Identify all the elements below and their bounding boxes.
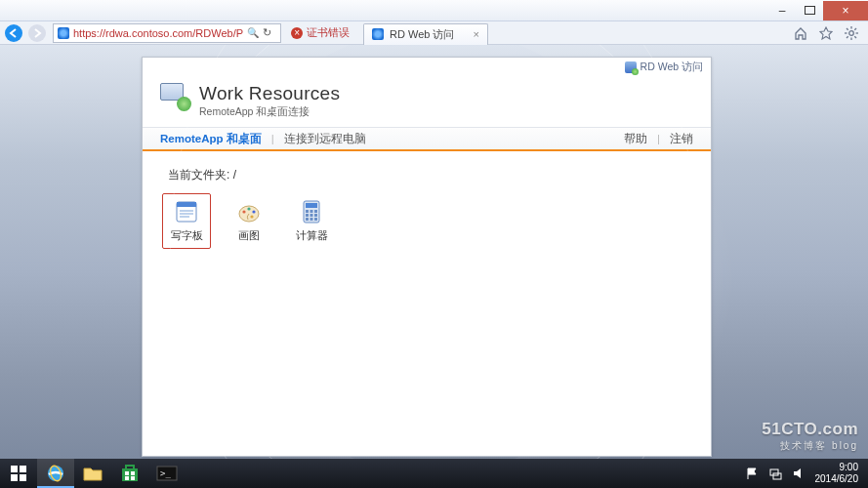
window-close-button[interactable]: × — [823, 1, 868, 20]
page-viewport: RD Web 访问 Work Resources RemoteApp 和桌面连接… — [0, 45, 868, 459]
url-text: https://rdwa.contoso.com/RDWeb/P — [73, 27, 243, 39]
svg-rect-22 — [304, 201, 319, 223]
svg-rect-35 — [11, 474, 18, 481]
system-tray: 9:00 2014/6/20 — [745, 462, 869, 485]
svg-text:>_: >_ — [160, 468, 171, 478]
app-calculator[interactable]: 计算器 — [287, 193, 336, 249]
svg-rect-24 — [306, 210, 309, 213]
svg-rect-26 — [314, 210, 317, 213]
svg-rect-47 — [770, 469, 778, 475]
address-bar[interactable]: https://rdwa.contoso.com/RDWeb/P 🔍 ↻ — [53, 23, 281, 43]
app-grid: 写字板 画图 计算器 — [143, 193, 711, 249]
svg-rect-42 — [131, 471, 135, 475]
wordpad-icon — [174, 199, 199, 224]
calculator-icon — [299, 199, 324, 224]
nav-forward-button[interactable] — [25, 22, 49, 44]
svg-rect-25 — [310, 210, 313, 213]
svg-rect-27 — [306, 214, 309, 217]
browser-tools — [794, 26, 868, 40]
svg-line-9 — [854, 36, 856, 38]
taskbar-terminal-button[interactable]: >_ — [148, 459, 186, 488]
site-favicon-icon — [58, 27, 69, 39]
app-label: 画图 — [238, 229, 260, 243]
svg-point-20 — [252, 210, 255, 213]
page-title: Work Resources — [199, 83, 340, 104]
app-paint[interactable]: 画图 — [225, 193, 273, 249]
svg-point-2 — [28, 24, 46, 42]
search-dropdown-icon[interactable]: 🔍 — [247, 27, 259, 38]
tray-clock[interactable]: 9:00 2014/6/20 — [815, 462, 859, 485]
svg-point-17 — [239, 206, 259, 222]
svg-point-1 — [5, 24, 22, 42]
refresh-button[interactable]: ↻ — [263, 26, 276, 40]
link-help[interactable]: 帮助 — [624, 132, 647, 146]
taskbar-explorer-button[interactable] — [74, 459, 111, 488]
watermark: 51CTO.com 技术博客 blog — [762, 420, 858, 453]
browser-window: – × https://rdwa.contoso.com/RDWeb/P 🔍 ↻… — [0, 0, 868, 459]
menu-bar: RemoteApp 和桌面 | 连接到远程电脑 帮助 | 注销 — [143, 127, 711, 151]
svg-point-3 — [849, 30, 854, 35]
tab-close-button[interactable]: × — [474, 28, 479, 40]
tray-network-icon[interactable] — [768, 467, 782, 480]
link-signout[interactable]: 注销 — [670, 132, 693, 146]
tray-date: 2014/6/20 — [815, 473, 859, 485]
svg-point-18 — [242, 210, 245, 213]
svg-rect-28 — [310, 214, 313, 217]
svg-rect-31 — [310, 218, 313, 221]
svg-rect-43 — [125, 476, 129, 480]
identity-strip: RD Web 访问 — [143, 58, 711, 75]
taskbar-ie-button[interactable] — [37, 459, 74, 488]
nav-back-button[interactable] — [2, 22, 25, 44]
cert-error-indicator[interactable]: × 证书错误 — [291, 25, 350, 40]
window-maximize-button[interactable] — [796, 1, 823, 20]
paint-icon — [236, 199, 262, 224]
page-subtitle: RemoteApp 和桌面连接 — [199, 105, 340, 119]
rdweb-panel: RD Web 访问 Work Resources RemoteApp 和桌面连接… — [142, 57, 712, 457]
svg-rect-34 — [20, 466, 26, 472]
tab-connect-remote[interactable]: 连接到远程电脑 — [284, 132, 366, 146]
svg-rect-33 — [11, 466, 18, 472]
work-resources-logo-icon — [160, 83, 189, 108]
breadcrumb: 当前文件夹: / — [143, 151, 711, 193]
cert-error-icon: × — [291, 27, 303, 39]
browser-tab[interactable]: RD Web 访问 × — [363, 23, 488, 45]
svg-point-21 — [250, 215, 253, 218]
browser-toolbar: https://rdwa.contoso.com/RDWeb/P 🔍 ↻ × 证… — [0, 21, 868, 45]
svg-rect-41 — [125, 471, 129, 475]
svg-rect-23 — [306, 203, 317, 208]
tab-remoteapp[interactable]: RemoteApp 和桌面 — [160, 132, 262, 146]
svg-point-19 — [247, 207, 250, 210]
window-minimize-button[interactable]: – — [768, 1, 796, 20]
settings-gear-icon[interactable] — [845, 26, 858, 40]
tray-time: 9:00 — [815, 462, 859, 473]
app-label: 计算器 — [296, 229, 328, 243]
svg-rect-36 — [20, 474, 26, 481]
app-wordpad[interactable]: 写字板 — [162, 193, 211, 249]
menu-separator: | — [271, 133, 274, 144]
tray-volume-icon[interactable] — [792, 467, 806, 480]
start-button[interactable] — [0, 459, 37, 488]
favorites-icon[interactable] — [819, 26, 833, 40]
tray-flag-icon[interactable] — [745, 467, 759, 480]
app-label: 写字板 — [171, 229, 203, 243]
tab-favicon-icon — [372, 28, 384, 40]
brand-header: Work Resources RemoteApp 和桌面连接 — [143, 75, 711, 127]
cert-error-label: 证书错误 — [307, 25, 350, 40]
svg-rect-44 — [131, 476, 135, 480]
home-icon[interactable] — [794, 26, 807, 40]
taskbar-store-button[interactable] — [111, 459, 148, 488]
svg-line-11 — [847, 36, 848, 38]
svg-rect-48 — [773, 473, 781, 479]
tab-strip: RD Web 访问 × — [363, 21, 488, 45]
svg-rect-0 — [805, 7, 814, 15]
svg-line-8 — [847, 28, 848, 30]
svg-rect-29 — [314, 214, 317, 217]
tab-title: RD Web 访问 — [390, 27, 454, 42]
svg-line-10 — [854, 28, 856, 30]
menu-separator: | — [657, 133, 660, 144]
rdweb-identity-icon — [625, 61, 637, 73]
svg-rect-13 — [177, 202, 196, 207]
identity-label: RD Web 访问 — [641, 61, 703, 74]
window-titlebar: – × — [0, 0, 868, 21]
svg-rect-12 — [177, 202, 196, 222]
